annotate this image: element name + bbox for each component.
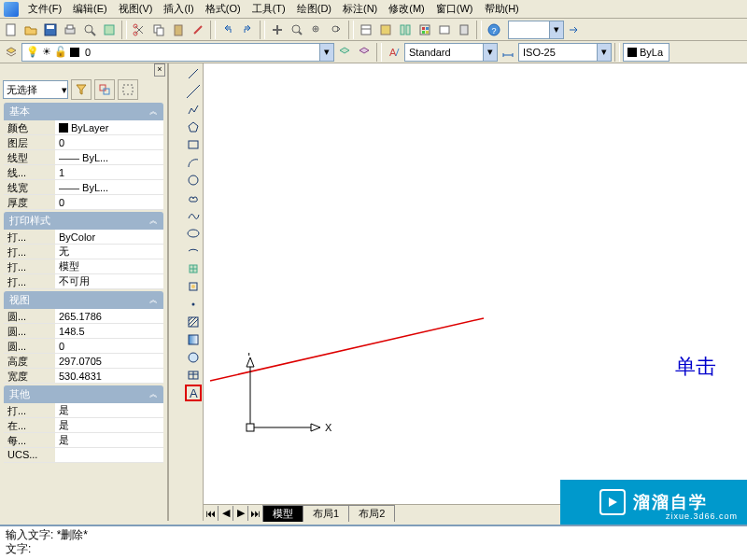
spline-icon[interactable] [185,207,202,224]
prop-row[interactable]: 颜色ByLayer [4,120,163,135]
prop-row[interactable]: 圆...265.1786 [4,309,163,324]
circle-icon[interactable] [185,172,202,189]
new-icon[interactable] [2,21,21,39]
search-help-icon[interactable] [565,21,584,39]
insertblock-icon[interactable] [185,260,202,277]
selection-combo[interactable]: 无选择 ▾ [3,80,68,99]
matchprop-icon[interactable] [189,21,207,39]
arc-icon[interactable] [185,154,202,171]
prop-row[interactable]: 线型—— ByL... [4,150,163,165]
designcenter-icon[interactable] [376,21,395,39]
palette-close-icon[interactable]: × [154,63,165,77]
tab-first-icon[interactable]: ⏮ [204,506,218,521]
hatch-icon[interactable] [185,314,202,330]
help-icon[interactable]: ? [485,21,503,39]
prop-row[interactable]: 圆...0 [4,339,163,354]
tab-layout1[interactable]: 布局1 [303,505,349,522]
dropdown-arrow-icon[interactable]: ▾ [62,84,67,96]
dropdown-arrow-icon[interactable]: ▾ [597,44,611,61]
help-search-combo[interactable]: ▾ [508,21,564,39]
mtext-icon[interactable]: A [185,385,202,401]
pickadd-icon[interactable] [94,79,115,100]
tab-next-icon[interactable]: ▶ [233,506,248,521]
toolpalette-icon[interactable] [396,21,415,39]
dimstyle-icon[interactable] [499,43,517,62]
prop-row[interactable]: 每...是 [4,433,163,448]
dropdown-arrow-icon[interactable]: ▾ [319,44,333,61]
selectobj-icon[interactable] [118,79,138,100]
layer-previous-icon[interactable] [335,43,354,62]
command-line[interactable]: 输入文字: *删除* 文字: [0,525,747,560]
prop-row[interactable]: 在...是 [4,418,163,433]
prop-row[interactable]: 打...是 [4,403,163,418]
menu-insert[interactable]: 插入(I) [158,0,199,18]
properties-icon[interactable] [357,21,375,39]
layer-state-icon[interactable] [355,43,374,62]
pan-icon[interactable] [268,21,287,39]
sheetset-icon[interactable] [416,21,434,39]
prop-row[interactable]: 打...无 [4,245,163,259]
ellipse-icon[interactable] [185,225,202,242]
tab-last-icon[interactable]: ⏭ [248,506,263,521]
menu-modify[interactable]: 修改(M) [383,0,430,18]
dropdown-arrow-icon[interactable]: ▾ [483,44,497,61]
dimstyle-combo[interactable]: ISO-25 ▾ [518,43,612,62]
calc-icon[interactable] [455,21,473,39]
textstyle-icon[interactable]: A [385,43,403,62]
layer-combo[interactable]: 💡 ☀ 🔓 0 ▾ [21,43,334,62]
palette-scrollbar[interactable] [168,63,183,521]
copy-icon[interactable] [149,21,168,39]
undo-icon[interactable] [218,21,237,39]
menu-file[interactable]: 文件(F) [22,0,67,18]
polyline-icon[interactable] [185,101,202,118]
table-icon[interactable] [185,367,202,384]
menu-help[interactable]: 帮助(H) [479,0,525,18]
gradient-icon[interactable] [185,331,202,348]
redo-icon[interactable] [238,21,257,39]
save-icon[interactable] [41,21,60,39]
drawing-canvas[interactable]: 单击 Y Y X Y ⏮ ◀ ▶ ⏭ 模型 布局1 布局2 [204,63,747,521]
prop-row[interactable]: 厚度0 [4,195,163,210]
menu-window[interactable]: 窗口(W) [430,0,479,18]
prop-row[interactable]: 打...ByColor [4,230,163,245]
section-header-plot[interactable]: 打印样式︽ [4,212,163,230]
tab-model[interactable]: 模型 [262,505,303,522]
dropdown-arrow-icon[interactable]: ▾ [549,21,563,38]
preview-icon[interactable] [80,21,99,39]
prop-row[interactable]: 线宽—— ByL... [4,180,163,195]
menu-format[interactable]: 格式(O) [200,0,247,18]
prop-row[interactable]: 线...1 [4,165,163,180]
menu-dimension[interactable]: 标注(N) [337,0,383,18]
tab-prev-icon[interactable]: ◀ [218,506,233,521]
menu-draw[interactable]: 绘图(D) [291,0,337,18]
prop-row[interactable]: 宽度530.4831 [4,369,163,384]
polygon-icon[interactable] [185,119,202,135]
textstyle-combo[interactable]: Standard ▾ [404,43,498,62]
section-header-view[interactable]: 视图︽ [4,291,163,309]
prop-row[interactable]: 打...模型 [4,259,163,274]
tab-layout2[interactable]: 布局2 [348,505,395,522]
xline-icon[interactable] [185,83,202,100]
plot-icon[interactable] [61,21,79,39]
zoom-realtime-icon[interactable] [288,21,306,39]
layer-manager-icon[interactable] [2,43,21,62]
zoom-window-icon[interactable] [307,21,326,39]
prop-row[interactable]: UCS... [4,448,163,463]
revcloud-icon[interactable] [185,189,202,206]
region-icon[interactable] [185,349,202,366]
menu-tools[interactable]: 工具(T) [247,0,291,18]
prop-row[interactable]: 图层0 [4,135,163,150]
line-icon[interactable] [185,65,202,82]
paste-icon[interactable] [169,21,188,39]
menu-edit[interactable]: 编辑(E) [67,0,113,18]
quickselect-icon[interactable] [71,79,92,100]
prop-row[interactable]: 打...不可用 [4,274,163,289]
section-header-basic[interactable]: 基本︽ [4,103,163,120]
menu-view[interactable]: 视图(V) [113,0,159,18]
cut-icon[interactable] [130,21,148,39]
ellipsearc-icon[interactable] [185,243,202,259]
markup-icon[interactable] [435,21,454,39]
point-icon[interactable] [185,296,202,313]
makeblock-icon[interactable] [185,278,202,295]
prop-row[interactable]: 圆...148.5 [4,324,163,339]
